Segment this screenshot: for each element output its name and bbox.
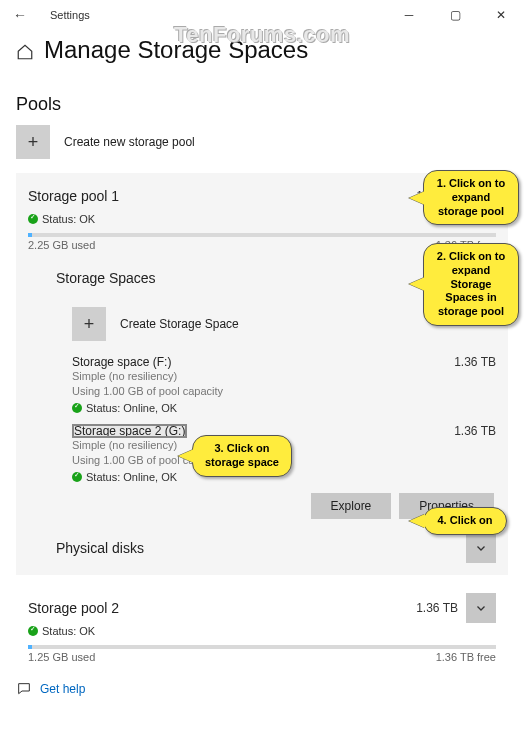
chevron-down-icon xyxy=(475,602,487,614)
maximize-button[interactable]: ▢ xyxy=(432,0,478,30)
get-help-row[interactable]: Get help xyxy=(16,681,524,697)
create-pool-row[interactable]: + Create new storage pool xyxy=(16,125,508,159)
usage-used: 1.25 GB used xyxy=(28,651,95,663)
get-help-link[interactable]: Get help xyxy=(40,682,85,696)
space-name: Storage space (F:) xyxy=(72,355,171,369)
usage-free: 1.36 TB free xyxy=(436,651,496,663)
back-button[interactable]: ← xyxy=(8,7,32,23)
status-ok-icon xyxy=(72,403,82,413)
physical-disks-heading: Physical disks xyxy=(56,540,144,556)
status-ok-icon xyxy=(72,472,82,482)
minimize-button[interactable]: ─ xyxy=(386,0,432,30)
home-icon[interactable] xyxy=(16,43,34,61)
explore-button[interactable]: Explore xyxy=(311,493,392,519)
chevron-down-icon xyxy=(475,542,487,554)
pool-size: 1.36 TB xyxy=(416,601,458,615)
space-resiliency: Simple (no resiliency) xyxy=(72,369,496,384)
pool-status: Status: OK xyxy=(42,213,95,225)
annotation-2: 2. Click on to expand Storage Spaces in … xyxy=(423,243,519,326)
close-button[interactable]: ✕ xyxy=(478,0,524,30)
pool-name: Storage pool 1 xyxy=(28,188,119,204)
space-status: Status: Online, OK xyxy=(86,402,177,414)
physical-disks-expand-button[interactable] xyxy=(466,533,496,563)
pool-name: Storage pool 2 xyxy=(28,600,119,616)
pool-expand-button[interactable] xyxy=(466,593,496,623)
space-capacity: Using 1.00 GB of pool capacity xyxy=(72,384,496,399)
titlebar: ← Settings ─ ▢ ✕ xyxy=(0,0,524,30)
usage-bar xyxy=(28,645,496,649)
page-title: Manage Storage Spaces xyxy=(44,36,308,64)
storage-pool-2: Storage pool 2 1.36 TB Status: OK 1.25 G… xyxy=(16,585,508,663)
usage-bar xyxy=(28,233,496,237)
storage-spaces-heading: Storage Spaces xyxy=(56,270,156,286)
annotation-4: 4. Click on xyxy=(423,507,507,535)
pool-status: Status: OK xyxy=(42,625,95,637)
space-status: Status: Online, OK xyxy=(86,471,177,483)
space-name: Storage space 2 (G:) xyxy=(72,424,187,438)
pools-heading: Pools xyxy=(16,94,508,115)
plus-icon: + xyxy=(16,125,50,159)
annotation-3: 3. Click on storage space xyxy=(192,435,292,477)
chat-icon xyxy=(16,681,32,697)
create-space-label: Create Storage Space xyxy=(120,317,239,331)
space-size: 1.36 TB xyxy=(454,355,496,369)
status-ok-icon xyxy=(28,214,38,224)
usage-used: 2.25 GB used xyxy=(28,239,95,251)
space-size: 1.36 TB xyxy=(454,424,496,438)
window-title: Settings xyxy=(50,9,90,21)
status-ok-icon xyxy=(28,626,38,636)
annotation-1: 1. Click on to expand storage pool xyxy=(423,170,519,225)
create-pool-label: Create new storage pool xyxy=(64,135,195,149)
storage-space-f[interactable]: Storage space (F:) 1.36 TB Simple (no re… xyxy=(56,355,496,414)
plus-icon: + xyxy=(72,307,106,341)
